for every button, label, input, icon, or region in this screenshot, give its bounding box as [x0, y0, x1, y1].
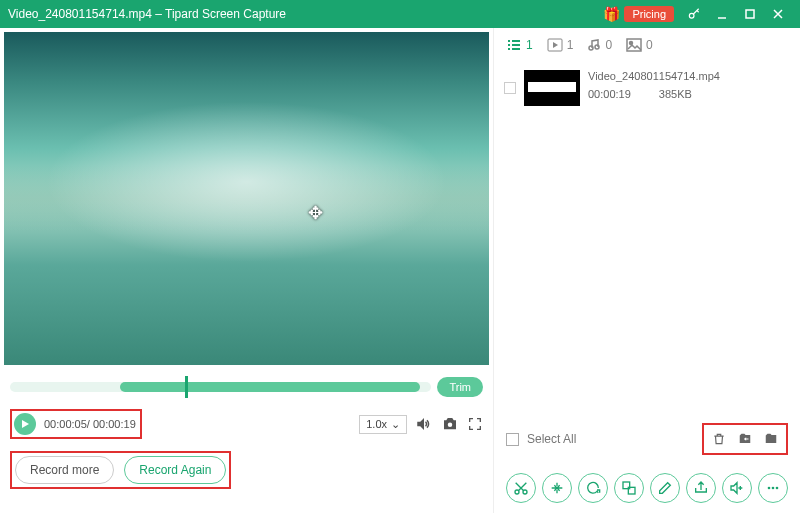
volume-icon[interactable] [415, 415, 433, 433]
key-icon[interactable] [680, 0, 708, 28]
speed-selector[interactable]: 1.0x ⌄ [359, 415, 407, 434]
minimize-button[interactable] [708, 0, 736, 28]
gift-icon[interactable]: 🎁 [603, 6, 620, 22]
move-cursor-icon: ✥ [308, 202, 323, 224]
tab-audio[interactable]: 0 [587, 38, 612, 52]
tab-image[interactable]: 0 [626, 38, 653, 52]
cut-icon[interactable] [506, 473, 536, 503]
convert-icon[interactable] [578, 473, 608, 503]
select-all-checkbox[interactable] [506, 433, 519, 446]
maximize-button[interactable] [736, 0, 764, 28]
file-checkbox[interactable] [504, 82, 516, 94]
svg-point-6 [595, 45, 599, 49]
file-duration: 00:00:19 [588, 88, 631, 100]
title-filename: Video_240801154714.mp4 [8, 7, 152, 21]
tab-video[interactable]: 1 [547, 38, 574, 52]
title-app: Tipard Screen Capture [165, 7, 286, 21]
svg-rect-7 [627, 39, 641, 51]
svg-rect-2 [746, 10, 754, 18]
file-thumbnail[interactable] [524, 70, 580, 106]
snapshot-icon[interactable] [441, 415, 459, 433]
timeline-track[interactable] [10, 382, 431, 392]
svg-point-15 [776, 487, 779, 490]
file-size: 385KB [659, 88, 692, 100]
play-button[interactable] [14, 413, 36, 435]
file-name: Video_240801154714.mp4 [588, 70, 720, 82]
tab-list[interactable]: 1 [506, 38, 533, 52]
svg-point-13 [768, 487, 771, 490]
open-folder-icon[interactable] [760, 429, 782, 449]
filter-tabs: 1 1 0 0 [494, 28, 800, 62]
delete-icon[interactable] [708, 429, 730, 449]
titlebar: Video_240801154714.mp4 – Tipard Screen C… [0, 0, 800, 28]
video-preview[interactable]: ✥ [4, 32, 489, 365]
svg-point-14 [772, 487, 775, 490]
timeline-playhead[interactable] [185, 376, 188, 398]
folder-arrow-icon[interactable] [734, 429, 756, 449]
close-button[interactable] [764, 0, 792, 28]
share-icon[interactable] [686, 473, 716, 503]
record-more-button[interactable]: Record more [15, 456, 114, 484]
action-toolbar [494, 463, 800, 513]
trim-button[interactable]: Trim [437, 377, 483, 397]
volume-plus-icon[interactable] [722, 473, 752, 503]
compress-icon[interactable] [614, 473, 644, 503]
more-icon[interactable] [758, 473, 788, 503]
record-again-button[interactable]: Record Again [124, 456, 226, 484]
file-list-item[interactable]: Video_240801154714.mp4 00:00:19 385KB [494, 62, 800, 114]
window-title: Video_240801154714.mp4 – Tipard Screen C… [8, 7, 603, 21]
time-display: 00:00:05/ 00:00:19 [44, 418, 136, 430]
svg-point-3 [448, 423, 453, 428]
edit-icon[interactable] [650, 473, 680, 503]
timeline-selection [120, 382, 420, 392]
chevron-down-icon: ⌄ [391, 418, 400, 431]
select-all-label: Select All [527, 432, 576, 446]
fullscreen-icon[interactable] [467, 416, 483, 432]
svg-point-5 [589, 46, 593, 50]
svg-point-0 [689, 13, 694, 18]
pricing-badge[interactable]: Pricing [624, 6, 674, 22]
merge-icon[interactable] [542, 473, 572, 503]
